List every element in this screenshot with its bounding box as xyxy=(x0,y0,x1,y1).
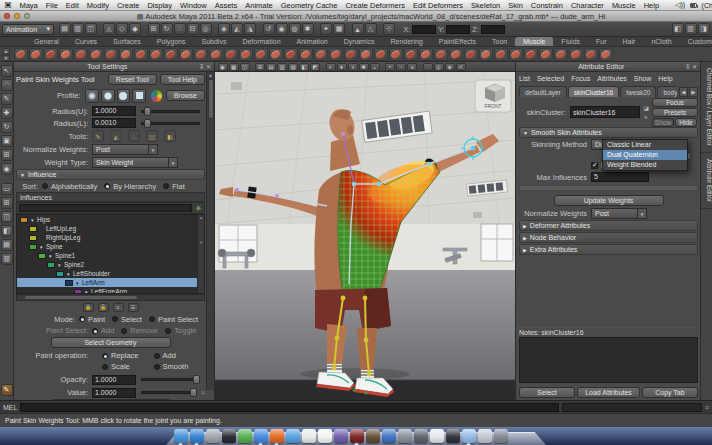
pin-icon[interactable]: ⊼ xyxy=(686,63,690,70)
shelf-tab[interactable]: Muscle xyxy=(515,37,553,46)
menu-set-dropdown[interactable]: Animation▾ xyxy=(2,24,54,35)
skinning-method-option[interactable]: Dual Quaternion xyxy=(603,150,687,160)
panel-toggle-right-icon[interactable]: ◨ xyxy=(698,23,710,35)
smear-icon[interactable]: ▮( xyxy=(164,130,176,142)
muscle-shelf-icon[interactable] xyxy=(509,48,523,61)
ipr-render-icon[interactable]: ◍ xyxy=(289,23,301,35)
menu-item[interactable]: Modify xyxy=(87,1,109,10)
fill-mode-icon[interactable]: ◩ xyxy=(310,63,320,71)
menu-item[interactable]: Character xyxy=(571,1,604,10)
resolution-gate-icon[interactable]: ⊞ xyxy=(255,63,265,71)
textured-icon[interactable]: ◑ xyxy=(348,63,358,71)
unlock-weights-icon[interactable]: 🔓 xyxy=(98,303,109,312)
pin-icon[interactable]: ⊼ xyxy=(200,63,204,70)
opacity-input[interactable]: 1.0000 xyxy=(92,375,136,385)
mode-option[interactable]: Select xyxy=(112,315,142,324)
collapsed-section-header[interactable]: ▶Extra Attributes xyxy=(519,244,698,255)
paint-operation-option[interactable]: Smooth xyxy=(154,362,199,371)
shelf-tab[interactable]: General xyxy=(26,37,67,46)
toggle-a-icon[interactable]: ▲ xyxy=(352,23,364,35)
layout-single-icon[interactable]: ▭ xyxy=(1,183,13,195)
script-editor-icon[interactable]: ≡ xyxy=(705,404,709,411)
xyz-mode-icon[interactable]: ⊹ xyxy=(383,23,395,35)
dock-safari-icon[interactable] xyxy=(254,429,268,443)
node-name-input[interactable]: skinCluster16 xyxy=(570,106,640,118)
shelf-tab[interactable]: Surfaces xyxy=(105,37,149,46)
select-object-icon[interactable]: ◇ xyxy=(116,23,128,35)
shelf-option-arrow-icon[interactable]: ▾ xyxy=(2,55,10,61)
tool-settings-scrollbar[interactable]: ▲ xyxy=(206,72,214,390)
isolate-icon[interactable]: ◕ xyxy=(407,63,417,71)
influence-section-header[interactable]: ▼Influence xyxy=(16,169,205,180)
muscle-shelf-icon[interactable] xyxy=(194,48,208,61)
lock-weights-icon[interactable]: 🔒 xyxy=(83,303,94,312)
layout-split-icon[interactable]: ◧ xyxy=(1,225,13,237)
select-arrow-icon[interactable]: ≺ xyxy=(456,63,466,71)
lights-icon[interactable]: ✱ xyxy=(359,63,369,71)
muscle-shelf-icon[interactable] xyxy=(224,48,238,61)
snap-view-plane-icon[interactable]: ⊟ xyxy=(187,23,199,35)
load-attributes-button[interactable]: Load Attributes xyxy=(577,387,640,398)
shelf-tab[interactable]: Fluids xyxy=(553,37,588,46)
render-icon[interactable]: ◉ xyxy=(276,23,288,35)
update-weights-button[interactable]: Update Weights xyxy=(554,195,664,206)
dock-bridge-icon[interactable] xyxy=(366,429,380,443)
dock-photoshop-icon[interactable] xyxy=(350,429,364,443)
safe-action-icon[interactable]: ▧ xyxy=(288,63,298,71)
influence-row[interactable]: ▾ Hips xyxy=(17,215,197,224)
open-scene-icon[interactable]: ▥ xyxy=(72,23,84,35)
influence-search-input[interactable] xyxy=(19,204,192,212)
ae-node-tab[interactable]: tweak20 xyxy=(620,86,656,97)
shelf-tab[interactable]: Polygons xyxy=(149,37,194,46)
paint-operation-option[interactable]: Replace xyxy=(102,351,147,360)
muscle-shelf-icon[interactable] xyxy=(599,48,613,61)
menu-item[interactable]: Edit xyxy=(66,1,79,10)
viewport-scene[interactable]: FRONT xyxy=(215,72,515,400)
shelf-tab[interactable]: Animation xyxy=(289,37,336,46)
panel-toggle-grid-icon[interactable]: ▥ xyxy=(685,23,697,35)
influence-row[interactable]: ▾ Spine2 xyxy=(17,260,197,269)
mode-option[interactable]: Paint Select xyxy=(149,315,198,324)
shelf-tab[interactable]: Subdivs xyxy=(194,37,235,46)
select-node-icon[interactable]: ◪ xyxy=(643,104,649,111)
menu-item[interactable]: Skin xyxy=(508,1,523,10)
ae-node-tab[interactable]: body_shader1 xyxy=(657,86,677,97)
muscle-shelf-icon[interactable] xyxy=(389,48,403,61)
shelf-tab[interactable]: Rendering xyxy=(382,37,430,46)
value-curve-icon[interactable]: ≈ xyxy=(201,389,205,396)
ae-menu-item[interactable]: Attributes xyxy=(597,75,627,82)
snap-curve-icon[interactable]: ↻ xyxy=(161,23,173,35)
close-icon[interactable]: ✕ xyxy=(206,63,211,70)
pencil-brush-icon[interactable]: ✎ xyxy=(92,130,104,142)
menu-item[interactable]: Help xyxy=(644,1,659,10)
window-title-bar[interactable]: ▤Autodesk Maya 2011 Beta 2 x64 - Trial V… xyxy=(0,11,712,22)
radius-l-input[interactable]: 0.0010 xyxy=(92,118,136,128)
new-scene-icon[interactable]: ▤ xyxy=(59,23,71,35)
shelf-tab[interactable]: Deformation xyxy=(234,37,288,46)
dock-messages-icon[interactable] xyxy=(286,429,300,443)
select-hierarchy-icon[interactable]: ◬ xyxy=(103,23,115,35)
layout-persp-outliner-icon[interactable]: ◫ xyxy=(1,211,13,223)
muscle-shelf-icon[interactable] xyxy=(44,48,58,61)
paint-operation-option[interactable]: Add xyxy=(154,351,199,360)
film-gate-icon[interactable]: ◫ xyxy=(240,63,250,71)
select-geometry-button[interactable]: Select Geometry xyxy=(51,337,171,348)
snap-grid-icon[interactable]: ⊞ xyxy=(148,23,160,35)
menu-item[interactable]: Constrain xyxy=(531,1,563,10)
shadows-icon[interactable]: ◒ xyxy=(370,63,380,71)
layout-hypergraph-icon[interactable]: ▤ xyxy=(1,239,13,251)
ramp-sphere-icon[interactable] xyxy=(151,90,162,102)
tree-view-icon[interactable]: ☰ xyxy=(128,303,139,312)
muscle-shelf-icon[interactable] xyxy=(284,48,298,61)
focus-button[interactable]: Focus xyxy=(652,98,698,107)
dock-iphone-icon[interactable] xyxy=(446,429,460,443)
shaded-icon[interactable]: ● xyxy=(337,63,347,71)
make-live-icon[interactable]: ◈ xyxy=(218,23,230,35)
menu-item[interactable]: Animate xyxy=(245,1,273,10)
camera-icon[interactable]: ◎ xyxy=(434,63,444,71)
menu-item[interactable]: Create Deformers xyxy=(345,1,405,10)
dock-vmware-icon[interactable] xyxy=(382,429,396,443)
panel-toggle-left-icon[interactable]: ◧ xyxy=(672,23,684,35)
shelf-tab[interactable]: Hair xyxy=(615,37,644,46)
sort-option[interactable]: Alphabetically xyxy=(42,182,97,191)
